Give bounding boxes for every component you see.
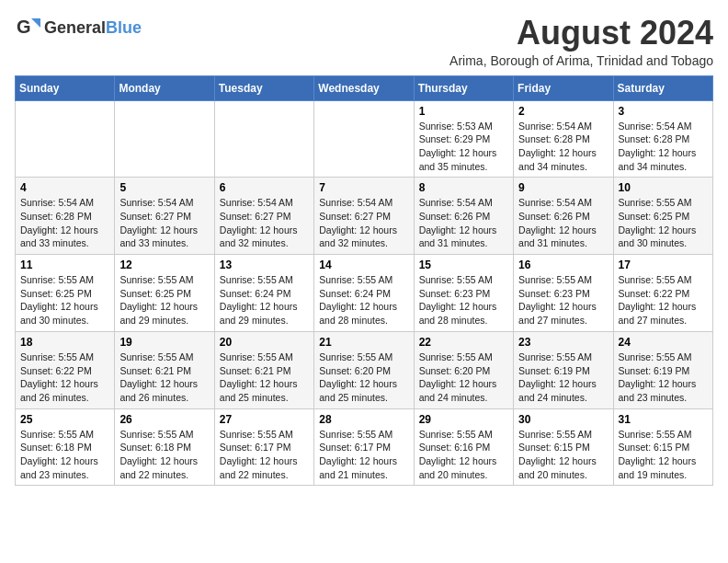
logo-general: General [44, 18, 106, 37]
day-number: 13 [220, 259, 309, 271]
calendar-week-row: 25Sunrise: 5:55 AM Sunset: 6:18 PM Dayli… [16, 408, 713, 486]
day-content: Sunrise: 5:54 AM Sunset: 6:26 PM Dayligh… [518, 196, 608, 250]
main-title: August 2024 [449, 15, 713, 52]
day-number: 4 [20, 181, 109, 194]
day-content: Sunrise: 5:55 AM Sunset: 6:22 PM Dayligh… [20, 350, 109, 405]
calendar-cell: 17Sunrise: 5:55 AM Sunset: 6:22 PM Dayli… [613, 255, 712, 332]
day-number: 16 [518, 259, 608, 271]
calendar-cell: 29Sunrise: 5:55 AM Sunset: 6:16 PM Dayli… [414, 408, 513, 486]
subtitle: Arima, Borough of Arima, Trinidad and To… [449, 53, 713, 68]
calendar-cell: 30Sunrise: 5:55 AM Sunset: 6:15 PM Dayli… [514, 408, 613, 486]
day-number: 30 [518, 413, 608, 426]
day-content: Sunrise: 5:55 AM Sunset: 6:18 PM Dayligh… [119, 428, 209, 482]
day-content: Sunrise: 5:55 AM Sunset: 6:21 PM Dayligh… [119, 350, 209, 405]
day-number: 6 [220, 181, 309, 194]
calendar-cell: 4Sunrise: 5:54 AM Sunset: 6:28 PM Daylig… [16, 178, 115, 255]
calendar-cell [214, 100, 313, 178]
calendar-cell: 23Sunrise: 5:55 AM Sunset: 6:19 PM Dayli… [514, 331, 613, 408]
calendar-cell: 14Sunrise: 5:55 AM Sunset: 6:24 PM Dayli… [314, 255, 414, 332]
day-number: 17 [619, 259, 708, 271]
day-content: Sunrise: 5:54 AM Sunset: 6:28 PM Dayligh… [518, 120, 608, 174]
day-content: Sunrise: 5:55 AM Sunset: 6:20 PM Dayligh… [319, 350, 408, 405]
day-content: Sunrise: 5:54 AM Sunset: 6:27 PM Dayligh… [119, 196, 209, 250]
day-number: 27 [220, 413, 309, 426]
calendar-cell: 5Sunrise: 5:54 AM Sunset: 6:27 PM Daylig… [115, 178, 214, 255]
day-number: 24 [619, 336, 708, 349]
svg-text:G: G [17, 17, 31, 37]
day-of-week-header: Monday [115, 75, 214, 100]
calendar-cell: 21Sunrise: 5:55 AM Sunset: 6:20 PM Dayli… [314, 331, 414, 408]
calendar-cell [115, 100, 214, 178]
day-of-week-header: Thursday [414, 75, 513, 100]
calendar-cell: 31Sunrise: 5:55 AM Sunset: 6:15 PM Dayli… [613, 408, 712, 486]
day-number: 9 [518, 181, 608, 194]
day-number: 7 [319, 181, 408, 194]
calendar-cell: 12Sunrise: 5:55 AM Sunset: 6:25 PM Dayli… [115, 255, 214, 332]
day-number: 23 [518, 336, 608, 349]
day-number: 10 [619, 181, 708, 194]
day-content: Sunrise: 5:55 AM Sunset: 6:25 PM Dayligh… [119, 273, 209, 327]
day-content: Sunrise: 5:54 AM Sunset: 6:28 PM Dayligh… [20, 196, 109, 250]
day-number: 8 [419, 181, 508, 194]
calendar-cell: 7Sunrise: 5:54 AM Sunset: 6:27 PM Daylig… [314, 178, 414, 255]
day-of-week-header: Friday [514, 75, 613, 100]
calendar-cell: 16Sunrise: 5:55 AM Sunset: 6:23 PM Dayli… [514, 255, 613, 332]
day-content: Sunrise: 5:55 AM Sunset: 6:19 PM Dayligh… [619, 350, 708, 405]
calendar-cell: 28Sunrise: 5:55 AM Sunset: 6:17 PM Dayli… [314, 408, 414, 486]
calendar-cell: 19Sunrise: 5:55 AM Sunset: 6:21 PM Dayli… [115, 331, 214, 408]
calendar-cell: 11Sunrise: 5:55 AM Sunset: 6:25 PM Dayli… [16, 255, 115, 332]
day-content: Sunrise: 5:54 AM Sunset: 6:26 PM Dayligh… [419, 196, 508, 250]
day-content: Sunrise: 5:53 AM Sunset: 6:29 PM Dayligh… [419, 120, 508, 174]
day-number: 3 [619, 105, 708, 118]
day-number: 20 [220, 336, 309, 349]
day-number: 19 [119, 336, 209, 349]
calendar-week-row: 1Sunrise: 5:53 AM Sunset: 6:29 PM Daylig… [16, 100, 713, 178]
day-number: 25 [20, 413, 109, 426]
calendar-cell: 22Sunrise: 5:55 AM Sunset: 6:20 PM Dayli… [414, 331, 513, 408]
day-number: 22 [419, 336, 508, 349]
calendar-cell: 1Sunrise: 5:53 AM Sunset: 6:29 PM Daylig… [414, 100, 513, 178]
day-content: Sunrise: 5:55 AM Sunset: 6:17 PM Dayligh… [220, 428, 309, 482]
day-content: Sunrise: 5:55 AM Sunset: 6:23 PM Dayligh… [419, 273, 508, 327]
day-number: 29 [419, 413, 508, 426]
logo-blue: Blue [106, 18, 142, 37]
calendar-cell: 13Sunrise: 5:55 AM Sunset: 6:24 PM Dayli… [214, 255, 313, 332]
day-content: Sunrise: 5:55 AM Sunset: 6:25 PM Dayligh… [20, 273, 109, 327]
day-number: 11 [20, 259, 109, 271]
calendar-week-row: 18Sunrise: 5:55 AM Sunset: 6:22 PM Dayli… [16, 331, 713, 408]
day-content: Sunrise: 5:55 AM Sunset: 6:15 PM Dayligh… [619, 428, 708, 482]
day-content: Sunrise: 5:55 AM Sunset: 6:16 PM Dayligh… [419, 428, 508, 482]
calendar-header-row: SundayMondayTuesdayWednesdayThursdayFrid… [16, 75, 713, 100]
day-content: Sunrise: 5:55 AM Sunset: 6:24 PM Dayligh… [319, 273, 408, 327]
day-content: Sunrise: 5:55 AM Sunset: 6:21 PM Dayligh… [220, 350, 309, 405]
title-section: August 2024 Arima, Borough of Arima, Tri… [449, 15, 713, 68]
calendar-cell: 20Sunrise: 5:55 AM Sunset: 6:21 PM Dayli… [214, 331, 313, 408]
calendar-week-row: 4Sunrise: 5:54 AM Sunset: 6:28 PM Daylig… [16, 178, 713, 255]
calendar-cell: 3Sunrise: 5:54 AM Sunset: 6:28 PM Daylig… [613, 100, 712, 178]
day-content: Sunrise: 5:54 AM Sunset: 6:28 PM Dayligh… [619, 120, 708, 174]
calendar-cell: 24Sunrise: 5:55 AM Sunset: 6:19 PM Dayli… [613, 331, 712, 408]
day-content: Sunrise: 5:54 AM Sunset: 6:27 PM Dayligh… [220, 196, 309, 250]
day-content: Sunrise: 5:55 AM Sunset: 6:24 PM Dayligh… [220, 273, 309, 327]
calendar-cell: 2Sunrise: 5:54 AM Sunset: 6:28 PM Daylig… [514, 100, 613, 178]
day-content: Sunrise: 5:54 AM Sunset: 6:27 PM Dayligh… [319, 196, 408, 250]
calendar-cell: 15Sunrise: 5:55 AM Sunset: 6:23 PM Dayli… [414, 255, 513, 332]
day-number: 26 [119, 413, 209, 426]
day-of-week-header: Saturday [613, 75, 712, 100]
day-number: 14 [319, 259, 408, 271]
day-number: 18 [20, 336, 109, 349]
day-number: 15 [419, 259, 508, 271]
day-number: 31 [619, 413, 708, 426]
day-of-week-header: Tuesday [214, 75, 313, 100]
svg-marker-2 [31, 18, 40, 28]
day-content: Sunrise: 5:55 AM Sunset: 6:17 PM Dayligh… [319, 428, 408, 482]
day-content: Sunrise: 5:55 AM Sunset: 6:23 PM Dayligh… [518, 273, 608, 327]
day-number: 12 [119, 259, 209, 271]
calendar-cell: 25Sunrise: 5:55 AM Sunset: 6:18 PM Dayli… [16, 408, 115, 486]
logo: G GeneralBlue [15, 15, 142, 40]
calendar-cell: 8Sunrise: 5:54 AM Sunset: 6:26 PM Daylig… [414, 178, 513, 255]
day-content: Sunrise: 5:55 AM Sunset: 6:15 PM Dayligh… [518, 428, 608, 482]
day-content: Sunrise: 5:55 AM Sunset: 6:20 PM Dayligh… [419, 350, 508, 405]
day-content: Sunrise: 5:55 AM Sunset: 6:22 PM Dayligh… [619, 273, 708, 327]
day-of-week-header: Sunday [16, 75, 115, 100]
